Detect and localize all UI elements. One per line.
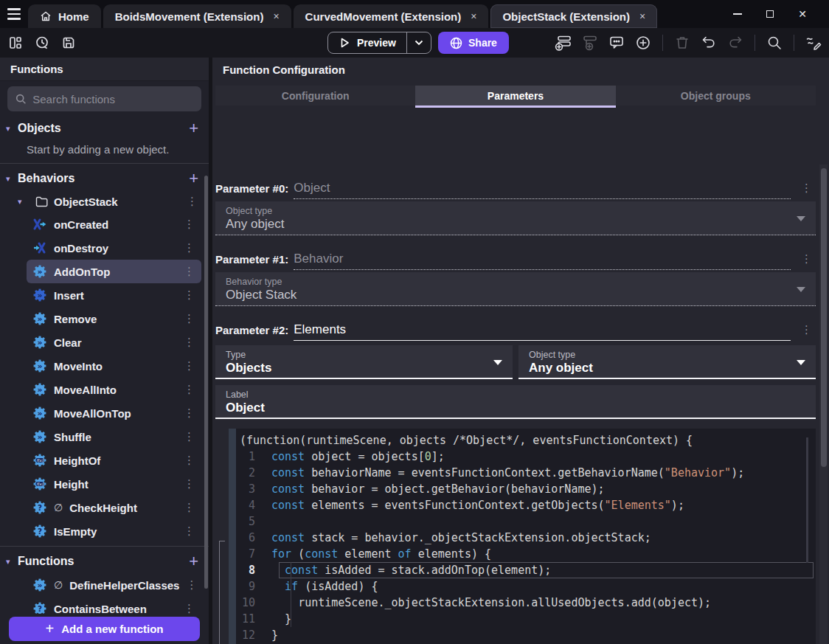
item-menu-dots-icon[interactable]: ⋮	[184, 218, 195, 231]
function-item-moveallinto[interactable]: »MoveAllInto⋮	[27, 378, 201, 401]
svg-text:?: ?	[38, 527, 42, 536]
item-menu-dots-icon[interactable]: ⋮	[184, 288, 195, 302]
window-tab-boidsmovement[interactable]: BoidsMovement (Extension)×	[103, 4, 291, 28]
tab-close-icon[interactable]: ×	[270, 10, 279, 22]
save-icon[interactable]	[58, 32, 80, 54]
field-label: Object type	[529, 350, 805, 360]
maximize-button[interactable]	[754, 0, 786, 28]
function-item-heightof[interactable]: f(x)HeightOf⋮	[27, 449, 201, 472]
window-tab-home[interactable]: Home	[28, 4, 101, 28]
tab-object-groups[interactable]: Object groups	[616, 86, 816, 105]
function-item-height[interactable]: f(x)Height⋮	[27, 472, 201, 496]
item-menu-dots-icon[interactable]: ⋮	[184, 602, 195, 614]
parameter-1-menu-dots-icon[interactable]: ⋮	[801, 252, 813, 270]
parameter-0-menu-dots-icon[interactable]: ⋮	[801, 181, 813, 199]
section-chevron-icon[interactable]: ▾	[6, 124, 18, 134]
preview-options-chevron-icon[interactable]	[407, 40, 431, 46]
add-new-function-button[interactable]: + Add a new function	[9, 617, 200, 641]
function-item-containsbetween[interactable]: ?ContainsBetween⋮	[27, 597, 201, 614]
parameter-0-object-type-select[interactable]: Object type Any object	[215, 201, 816, 235]
code-text: const stack = behavior._objectStackExten…	[271, 530, 651, 546]
item-menu-dots-icon[interactable]: ⋮	[184, 406, 195, 420]
edit-icon[interactable]	[802, 32, 825, 54]
item-menu-dots-icon[interactable]: ⋮	[184, 477, 195, 491]
tab-parameters[interactable]: Parameters	[415, 86, 615, 105]
history-icon[interactable]	[31, 32, 53, 54]
function-item-ondestroy[interactable]: onDestroy⋮	[27, 236, 201, 260]
item-menu-dots-icon[interactable]: ⋮	[184, 501, 195, 514]
search-functions-box[interactable]	[7, 86, 201, 111]
editor-scrollbar-thumb[interactable]	[806, 437, 808, 563]
item-menu-dots-icon[interactable]: ⋮	[184, 312, 195, 325]
parameter-2-object-type-select[interactable]: Object type Any object	[518, 345, 816, 379]
item-menu-dots-icon[interactable]: ⋮	[184, 383, 195, 396]
item-menu-dots-icon[interactable]: ⋮	[184, 265, 195, 278]
search-icon[interactable]	[763, 32, 785, 54]
item-menu-dots-icon[interactable]: ⋮	[186, 578, 198, 592]
item-menu-dots-icon[interactable]: ⋮	[184, 241, 195, 255]
item-menu-dots-icon[interactable]: ⋮	[184, 336, 195, 349]
section-header-behaviors[interactable]: ▾Behaviors+	[0, 167, 209, 190]
search-functions-input[interactable]	[32, 93, 194, 105]
parameter-2-menu-dots-icon[interactable]: ⋮	[801, 323, 813, 341]
function-item-shuffle[interactable]: »Shuffle⋮	[27, 425, 201, 449]
globe-icon	[450, 37, 462, 49]
project-manager-icon[interactable]	[4, 32, 27, 54]
section-chevron-icon[interactable]: ▾	[6, 557, 18, 567]
main-scrollbar-thumb[interactable]	[821, 168, 827, 467]
parameter-1-behavior-type-select[interactable]: Behavior type Object Stack	[215, 272, 816, 306]
field-value: Any object	[226, 217, 805, 232]
parameter-2-label-input[interactable]: Label Object	[215, 385, 816, 419]
section-header-objects[interactable]: ▾Objects+	[0, 117, 209, 140]
function-item-isempty[interactable]: ?IsEmpty⋮	[27, 519, 201, 543]
parameter-2-type-select[interactable]: Type Objects	[215, 345, 513, 379]
item-menu-dots-icon[interactable]: ⋮	[184, 524, 195, 538]
section-chevron-icon[interactable]: ▾	[6, 174, 18, 184]
behavior-folder-objectstack[interactable]: ▾ObjectStack⋮	[0, 190, 209, 212]
parameter-1-name-field[interactable]: Behavior	[294, 252, 791, 270]
minimize-button[interactable]	[721, 0, 754, 28]
function-item-oncreated[interactable]: onCreated⋮	[27, 212, 201, 236]
add-comment-icon[interactable]	[606, 32, 628, 54]
sidebar-scrollbar-thumb[interactable]	[204, 176, 208, 589]
svg-text:»: »	[37, 291, 42, 300]
item-menu-dots-icon[interactable]: ⋮	[184, 359, 195, 373]
section-header-functions[interactable]: ▾Functions+	[0, 550, 209, 573]
configuration-tabs: ConfigurationParametersObject groups	[215, 86, 816, 105]
function-item-moveallontop[interactable]: »MoveAllOnTop⋮	[27, 401, 201, 425]
tab-label: BoidsMovement (Extension)	[115, 10, 264, 23]
parameter-0-name-field[interactable]: Object	[294, 181, 791, 199]
folder-chevron-icon[interactable]: ▾	[18, 197, 30, 207]
function-item-moveinto[interactable]: »MoveInto⋮	[27, 354, 201, 378]
function-item-checkheight[interactable]: ?∅CheckHeight⋮	[27, 496, 201, 519]
hamburger-menu-icon[interactable]	[0, 0, 28, 28]
function-item-definehelperclasses[interactable]: »∅DefineHelperClasses⋮	[27, 573, 201, 597]
tab-close-icon[interactable]: ×	[637, 10, 645, 22]
action-icon: »	[32, 335, 47, 350]
tab-close-icon[interactable]: ×	[468, 10, 476, 22]
main-scrollbar[interactable]	[819, 165, 828, 644]
add-more-icon[interactable]	[632, 32, 654, 54]
add-functions-plus-icon[interactable]: +	[189, 553, 198, 569]
function-item-insert[interactable]: »Insert⋮	[27, 283, 201, 307]
add-objects-plus-icon[interactable]: +	[189, 120, 198, 136]
window-tab-objectstack[interactable]: ObjectStack (Extension)×	[490, 4, 657, 28]
add-event-icon[interactable]	[552, 32, 575, 54]
tab-configuration[interactable]: Configuration	[215, 86, 415, 105]
add-behaviors-plus-icon[interactable]: +	[189, 170, 198, 187]
parameter-2-name-field[interactable]: Elements	[294, 322, 791, 341]
function-item-addontop[interactable]: »AddOnTop⋮	[27, 260, 201, 283]
preview-button[interactable]: Preview	[327, 32, 431, 54]
share-button[interactable]: Share	[438, 32, 509, 54]
window-tab-curvedmovement[interactable]: CurvedMovement (Extension)×	[294, 4, 489, 28]
code-line-8: 8 const isAdded = stack.addOnTop(element…	[236, 562, 816, 578]
item-menu-dots-icon[interactable]: ⋮	[184, 430, 195, 443]
section-empty-text: Start by adding a new object.	[0, 140, 209, 160]
folder-menu-dots-icon[interactable]: ⋮	[187, 195, 198, 208]
code-editor[interactable]: (function(runtimeScene, objects /*Object…	[229, 429, 816, 644]
function-item-clear[interactable]: »Clear⋮	[27, 330, 201, 354]
item-menu-dots-icon[interactable]: ⋮	[184, 454, 195, 467]
close-button[interactable]: ✕	[786, 0, 819, 28]
function-item-remove[interactable]: »Remove⋮	[27, 307, 201, 330]
undo-icon[interactable]	[698, 32, 720, 54]
